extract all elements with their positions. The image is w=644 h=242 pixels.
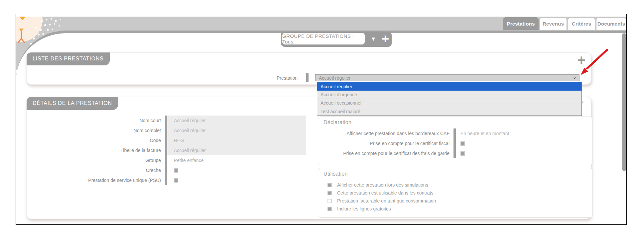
utilisation-row-consommation: Prestation facturable en tant que consom…: [327, 197, 580, 205]
form-row-nom-complet: Nom complet Accueil régulier: [30, 125, 312, 135]
field-label: Afficher cette prestation dans les borde…: [322, 131, 453, 136]
field-separator-bar: [165, 116, 167, 125]
frais-garde-checkbox[interactable]: [460, 151, 465, 156]
field-separator-bar: [165, 155, 167, 165]
prestation-label: Prestation: [226, 75, 306, 81]
field-label: Crèche: [30, 168, 165, 173]
declaration-row-frais-garde: Prise en compte pour le certificat des f…: [322, 148, 587, 158]
form-row-code: Code REG: [30, 135, 312, 145]
add-group-button[interactable]: +: [379, 32, 391, 46]
form-row-groupe: Groupe Petite enfance: [30, 155, 312, 165]
dropdown-option[interactable]: Accueil occasionnel: [317, 99, 581, 107]
field-label: Groupe: [30, 158, 165, 163]
code-field[interactable]: REG: [167, 135, 306, 145]
groupe-field[interactable]: Petite enfance: [167, 155, 306, 165]
prestation-select[interactable]: Accueil régulier ˅: [315, 74, 580, 81]
nom-complet-field[interactable]: Accueil régulier: [167, 125, 306, 135]
field-separator-bar: [165, 135, 167, 145]
declaration-title: Déclaration: [323, 120, 351, 125]
prestation-dropdown-list: Accueil régulier Accueil d'urgence Accue…: [317, 82, 582, 116]
list-panel-title: LISTE DES PRESTATIONS: [27, 52, 110, 65]
creche-checkbox[interactable]: [174, 168, 178, 173]
tab-prestations[interactable]: Prestations: [503, 17, 539, 30]
field-label: Prise en compte pour le certificat des f…: [322, 151, 453, 156]
app-window: Prestations Revenus Critères Documents G…: [16, 14, 627, 225]
triangle-down-icon[interactable]: ▼: [367, 34, 380, 44]
bordereaux-caf-value[interactable]: En heure et en montant: [456, 131, 509, 136]
checkbox-label: Prestation facturable en tant que consom…: [337, 198, 436, 203]
declaration-row-certificat-fiscal: Prise en compte pour le certificat fisca…: [322, 138, 587, 148]
utilisation-row-lignes-gratuites: Inclure les lignes gratuites: [327, 205, 580, 213]
add-prestation-button[interactable]: +: [577, 53, 585, 67]
group-selector-value[interactable]: GROUPE DE PRESTATIONS : Tous: [282, 33, 365, 44]
libelle-facture-field[interactable]: Accueil régulier: [167, 145, 306, 155]
nom-court-field[interactable]: Accueil régulier: [167, 116, 306, 125]
field-separator-bar: [453, 148, 456, 158]
field-label: Nom complet: [30, 128, 165, 133]
prestation-select-value: Accueil régulier: [319, 75, 351, 81]
field-separator-bar: [453, 128, 456, 138]
field-label: Nom court: [30, 118, 165, 123]
checkbox-label: Afficher cette prestation lors des simul…: [337, 182, 428, 188]
declaration-row-bordereaux: Afficher cette prestation dans les borde…: [322, 128, 587, 138]
field-separator-bar: [165, 165, 167, 175]
field-label: Libellé de la facture: [30, 148, 165, 153]
field-label: Prise en compte pour le certificat fisca…: [322, 141, 453, 146]
details-panel-title: DÉTAILS DE LA PRESTATION: [27, 97, 118, 110]
details-form: Nom court Accueil régulier Nom complet A…: [30, 116, 312, 185]
form-row-nom-court: Nom court Accueil régulier: [30, 116, 312, 125]
utilisation-groupbox: Utilisation Afficher cette prestation lo…: [318, 168, 593, 218]
utilisation-row-simulations: Afficher cette prestation lors des simul…: [327, 181, 580, 189]
simulations-checkbox[interactable]: [327, 183, 332, 187]
tab-revenus[interactable]: Revenus: [540, 17, 567, 30]
consommation-checkbox[interactable]: [327, 199, 332, 203]
field-separator-bar: [306, 73, 309, 82]
field-separator-bar: [453, 138, 456, 148]
contrats-checkbox[interactable]: [327, 191, 332, 195]
form-row-libelle-facture: Libellé de la facture Accueil régulier: [30, 145, 312, 155]
utilisation-row-contrats: Cette prestation est utilisable dans les…: [327, 189, 580, 197]
field-label: Code: [30, 138, 165, 143]
checkbox-label: Cette prestation est utilisable dans les…: [337, 190, 434, 196]
form-row-psu: Prestation de service unique (PSU): [30, 175, 312, 185]
dropdown-option[interactable]: Accueil d'urgence: [317, 91, 581, 99]
lignes-gratuites-checkbox[interactable]: [327, 207, 332, 211]
field-label: Prestation de service unique (PSU): [30, 178, 165, 183]
tab-documents[interactable]: Documents: [596, 17, 626, 30]
list-panel: LISTE DES PRESTATIONS + Prestation Accue…: [27, 52, 591, 85]
utilisation-title: Utilisation: [323, 171, 348, 177]
declaration-groupbox: Déclaration Afficher cette prestation da…: [318, 117, 593, 165]
scrollbar-thumb[interactable]: [622, 33, 626, 171]
field-separator-bar: [165, 125, 167, 135]
chevron-down-icon: ˅: [573, 75, 576, 80]
field-separator-bar: [165, 175, 167, 185]
psu-checkbox[interactable]: [174, 178, 178, 183]
field-separator-bar: [165, 145, 167, 155]
form-row-creche: Crèche: [30, 165, 312, 175]
dropdown-option[interactable]: Accueil régulier: [317, 82, 581, 91]
checkbox-label: Inclure les lignes gratuites: [337, 206, 391, 211]
dropdown-option[interactable]: Test accueil majoré: [317, 107, 581, 116]
tab-criteres[interactable]: Critères: [568, 17, 595, 30]
group-selector: GROUPE DE PRESTATIONS : Tous ▼ +: [281, 32, 392, 47]
prestation-field-row: Prestation Accueil régulier ˅: [226, 73, 580, 82]
certificat-fiscal-checkbox[interactable]: [460, 141, 465, 146]
